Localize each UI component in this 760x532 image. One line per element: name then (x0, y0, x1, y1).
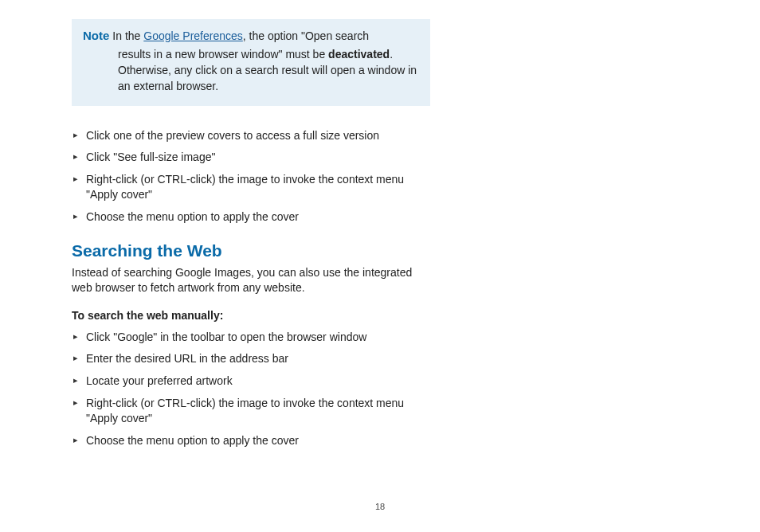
note-bold: deactivated (328, 48, 390, 61)
note-label: Note (83, 29, 109, 42)
section-heading: Searching the Web (72, 241, 430, 260)
list-item: Locate your preferred artwork (73, 374, 430, 389)
list-item: Click "Google" in the toolbar to open th… (73, 330, 430, 346)
page-number: 18 (0, 502, 760, 511)
content-column: NoteIn the Google Preferences, the optio… (72, 19, 430, 448)
list-item: Click "See full-size image" (73, 150, 430, 166)
list-item: Right-click (or CTRL-click) the image to… (73, 396, 430, 427)
note-box: NoteIn the Google Preferences, the optio… (72, 19, 430, 106)
list-item: Click one of the preview covers to acces… (73, 128, 430, 144)
list-item: Choose the menu option to apply the cove… (73, 209, 430, 225)
note-line2-pre: results in a new browser window" must be (118, 48, 328, 61)
google-preferences-link[interactable]: Google Preferences (143, 29, 243, 42)
list-item: Right-click (or CTRL-click) the image to… (73, 172, 430, 203)
note-body: results in a new browser window" must be… (83, 46, 419, 95)
steps-list-2: Click "Google" in the toolbar to open th… (72, 330, 430, 449)
list-item: Enter the desired URL in the address bar (73, 351, 430, 367)
note-text-post: , the option "Open search (243, 29, 369, 42)
document-page: NoteIn the Google Preferences, the optio… (0, 0, 760, 532)
list-item: Choose the menu option to apply the cove… (73, 433, 430, 449)
note-text-pre: In the (112, 29, 143, 42)
sub-heading: To search the web manually: (72, 309, 430, 322)
steps-list-1: Click one of the preview covers to acces… (72, 128, 430, 225)
section-intro: Instead of searching Google Images, you … (72, 265, 430, 296)
